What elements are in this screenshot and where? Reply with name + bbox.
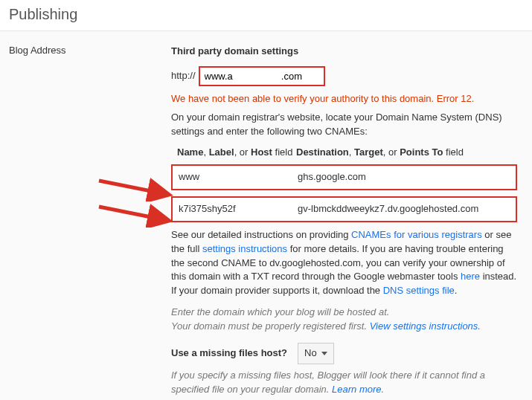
cname-record-1: www ghs.google.com: [171, 164, 517, 190]
detailed-instructions: See our detailed instructions on providi…: [171, 228, 517, 298]
page-title: Publishing: [9, 6, 523, 23]
cname1-dest: ghs.google.com: [298, 170, 510, 184]
domain-input[interactable]: [199, 66, 325, 86]
domain-hint: Enter the domain which your blog will be…: [171, 306, 517, 334]
missing-files-label: Use a missing files host?: [171, 346, 287, 361]
dns-instruction: On your domain registrar's website, loca…: [171, 111, 517, 139]
cname-record-2: k7i375shy52f gv-lbmckddweeykz7.dv.google…: [171, 196, 517, 222]
svg-line-1: [99, 181, 166, 194]
http-prefix: http://: [171, 69, 196, 83]
cname2-name: k7i375shy52f: [179, 202, 298, 216]
svg-line-3: [99, 207, 166, 220]
section-title: Third party domain settings: [171, 45, 517, 59]
link-learn-more[interactable]: Learn more: [332, 384, 381, 395]
link-dns-settings-file[interactable]: DNS settings file: [383, 285, 455, 296]
annotation-arrow-1: [95, 172, 173, 201]
missing-files-desc: If you specify a missing files host, Blo…: [171, 369, 517, 397]
cname-header-row: Name, Label, or Host field Destination, …: [171, 146, 517, 160]
link-cname-registrars[interactable]: CNAMEs for various registrars: [351, 229, 482, 240]
link-webmaster-here[interactable]: here: [461, 271, 480, 282]
cname1-name: www: [179, 170, 298, 184]
missing-files-dropdown[interactable]: No: [298, 343, 334, 364]
annotation-arrow-2: [95, 198, 173, 228]
domain-error-msg: We have not been able to verify your aut…: [171, 92, 517, 106]
chevron-down-icon: [321, 352, 327, 355]
link-view-settings-instructions[interactable]: View settings instructions.: [370, 320, 481, 332]
blog-address-label: Blog Address: [9, 45, 162, 56]
link-settings-instructions[interactable]: settings instructions: [202, 243, 287, 254]
cname2-dest: gv-lbmckddweeykz7.dv.googlehosted.com: [298, 202, 510, 216]
